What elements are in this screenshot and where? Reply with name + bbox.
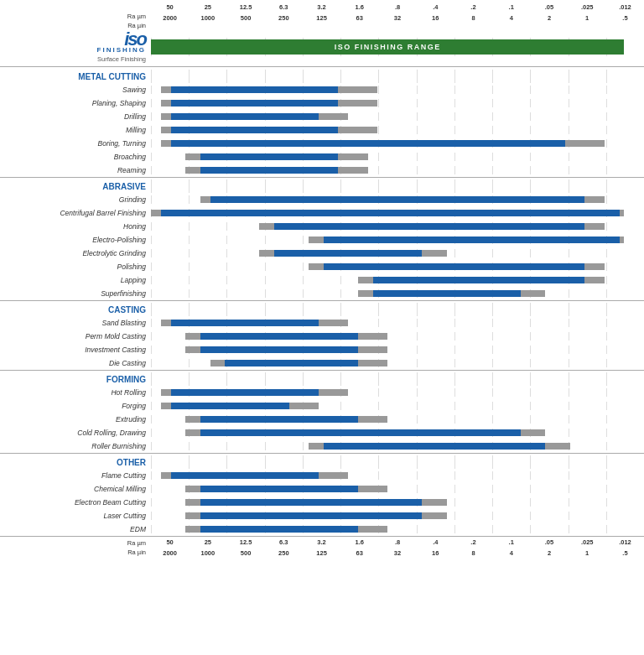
bar-blue [200, 416, 358, 423]
scale-val-6: .8 [378, 3, 416, 11]
scale-val2-3: 250 [265, 14, 303, 22]
ra-um-label-bottom: Ra µm [0, 538, 146, 548]
scale-bot-val2-3: 250 [265, 549, 303, 557]
process-bars [151, 388, 644, 397]
bar-blue [161, 210, 620, 216]
process-label: Drilling [0, 112, 151, 121]
process-label: Electron Beam Cutting [0, 498, 151, 507]
scale-val-12: .012 [606, 3, 644, 11]
scale-val2-2: 500 [226, 14, 264, 22]
process-label: Polishing [0, 263, 151, 271]
bar-blue [200, 526, 358, 533]
process-label: Die Casting [0, 359, 151, 367]
process-label: Sawing [0, 86, 151, 94]
process-row: Electrolytic Grinding [0, 247, 644, 260]
section-title-row-casting: CASTING [0, 302, 644, 316]
section-casting: CASTINGSand BlastingPerm Mold CastingInv… [0, 302, 644, 371]
bar-blue [200, 153, 339, 160]
process-bars [151, 485, 644, 493]
process-row: Flame Cutting [0, 469, 644, 482]
process-label: Honing [0, 222, 151, 231]
bar-blue [200, 499, 423, 506]
bar-blue [274, 250, 422, 257]
scale-bot-val-4: 3.2 [303, 538, 340, 546]
section-title-row-metal-cutting: METAL CUTTING [0, 69, 644, 83]
process-row: Sawing [0, 83, 644, 96]
scale-val-0: 50 [151, 3, 189, 11]
scale-bot-val2-4: 125 [303, 549, 340, 557]
bar-blue [210, 196, 585, 203]
section-title-bars-forming [151, 372, 644, 386]
bar-blue [171, 100, 339, 107]
process-row: Perm Mold Casting [0, 330, 644, 343]
process-bars [151, 289, 644, 298]
process-row: Roller Burnishing [0, 439, 644, 453]
process-bars [151, 429, 644, 437]
bar-blue [171, 86, 339, 93]
process-label: Milling [0, 126, 151, 134]
section-title-casting: CASTING [0, 302, 151, 316]
process-bars [151, 498, 644, 507]
scale-bot-val-0: 50 [151, 538, 189, 546]
section-title-row-abrasive: ABRASIVE [0, 179, 644, 193]
scale-values: 502512.56.33.21.6.8.4.2.1.05.025.0122000… [151, 3, 644, 30]
ra-uin-label-bottom: Ra µin [0, 548, 146, 557]
section-title-bars-abrasive [151, 179, 644, 193]
scale-bot-val-6: .8 [378, 538, 416, 546]
process-bars [151, 512, 644, 520]
bar-blue [171, 389, 319, 396]
process-label: Broaching [0, 153, 151, 161]
process-row: Honing [0, 220, 644, 233]
process-bars [151, 126, 644, 134]
process-bars [151, 249, 644, 257]
scale-val2-8: 8 [454, 14, 492, 22]
scale-val2-12: .5 [606, 14, 644, 22]
process-label: EDM [0, 525, 151, 533]
process-bars [151, 332, 644, 340]
scale-bot-val2-11: 1 [569, 549, 606, 557]
process-label: Grinding [0, 195, 151, 204]
process-label: Laser Cutting [0, 512, 151, 520]
scale-bot-val2-6: 32 [378, 549, 416, 557]
bar-blue [225, 360, 358, 366]
process-label: Investment Casting [0, 346, 151, 354]
process-bars [151, 471, 644, 480]
bar-blue [200, 486, 358, 492]
scale-val-10: .05 [530, 3, 568, 11]
ra-um-label: Ra µm [0, 12, 146, 21]
process-row: Electron Beam Cutting [0, 496, 644, 509]
section-title-bars-casting [151, 303, 644, 316]
scale-bot-val-12: .012 [606, 538, 644, 546]
scale-bot-val2-9: 4 [492, 549, 530, 557]
process-row: Electro-Polishing [0, 233, 644, 247]
top-scale: Ra µmRa µin502512.56.33.21.6.8.4.2.1.05.… [0, 3, 644, 30]
process-row: Sand Blasting [0, 316, 644, 330]
process-row: Extruding [0, 413, 644, 426]
scale-bot-val-1: 25 [189, 538, 226, 546]
ra-label-col-bottom: Ra µmRa µin [0, 538, 151, 558]
bar-blue [200, 346, 358, 353]
process-bars [151, 359, 644, 367]
process-label: Extruding [0, 415, 151, 424]
logo-subtitle: Surface Finishing [97, 55, 146, 63]
iso-finishing-bar: ISO FINISHING RANGE [151, 39, 624, 55]
process-row: Grinding [0, 193, 644, 206]
scale-bot-val-8: .2 [454, 538, 492, 546]
process-label: Roller Burnishing [0, 442, 151, 450]
scale-bot-val-10: .05 [530, 538, 568, 546]
process-label: Electro-Polishing [0, 236, 151, 244]
scale-bot-val2-5: 63 [340, 549, 378, 557]
iso-bar-area: ISO FINISHING RANGE [151, 38, 644, 56]
process-row: Boring, Turning [0, 137, 644, 150]
section-title-bars-metal-cutting [151, 70, 644, 83]
process-label: Lapping [0, 276, 151, 284]
scale-val2-5: 63 [340, 14, 378, 22]
scale-bot-val2-1: 1000 [189, 549, 226, 557]
process-bars [151, 99, 644, 107]
process-row: Hot Rolling [0, 386, 644, 399]
process-label: Forging [0, 402, 151, 410]
scale-bot-val2-8: 8 [454, 549, 492, 557]
scale-bot-val2-10: 2 [530, 549, 568, 557]
scale-val-4: 3.2 [303, 3, 340, 11]
scale-bot-val-2: 12.5 [226, 538, 264, 546]
